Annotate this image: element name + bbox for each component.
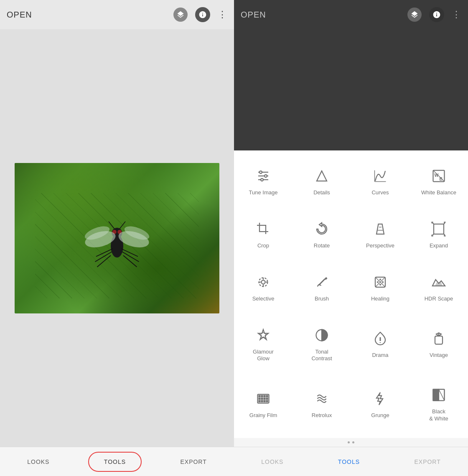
details-icon	[313, 167, 331, 185]
tool-vintage[interactable]: Vintage	[410, 314, 468, 374]
tool-black-white[interactable]: Black& White	[410, 374, 468, 434]
fly-illustration	[63, 196, 171, 280]
brush-label: Brush	[315, 295, 329, 303]
tool-rotate[interactable]: Rotate	[292, 208, 351, 261]
right-open-button[interactable]: OPEN	[241, 10, 407, 20]
svg-line-33	[432, 223, 434, 224]
right-header-icons: ⋮	[407, 7, 461, 22]
tool-grainy-film[interactable]: Grainy Film	[234, 374, 292, 434]
tool-drama[interactable]: Drama	[351, 314, 410, 374]
right-more-options-icon[interactable]: ⋮	[452, 9, 461, 20]
vintage-label: Vintage	[430, 352, 448, 359]
white-balance-label: White Balance	[421, 189, 456, 196]
tool-brush[interactable]: Brush	[292, 261, 351, 314]
right-header: OPEN ⋮	[234, 0, 468, 29]
black-white-icon	[430, 386, 448, 404]
svg-rect-60	[267, 395, 268, 397]
svg-point-19	[259, 171, 262, 173]
tool-white-balance[interactable]: W B White Balance	[410, 155, 468, 208]
svg-marker-49	[258, 329, 268, 339]
drama-icon	[371, 329, 389, 348]
tonal-contrast-label: TonalContrast	[311, 349, 332, 363]
left-nav-looks[interactable]: LOOKS	[19, 455, 58, 468]
grainy-film-icon	[254, 389, 272, 408]
rotate-icon	[313, 220, 331, 238]
right-dark-canvas	[234, 29, 468, 150]
healing-label: Healing	[371, 295, 389, 303]
tool-details[interactable]: Details	[292, 155, 351, 208]
scroll-indicator	[234, 438, 468, 447]
right-nav-tools[interactable]: TOOLS	[330, 455, 368, 468]
tool-selective[interactable]: Selective	[234, 261, 292, 314]
tool-healing[interactable]: Healing	[351, 261, 410, 314]
left-nav-export[interactable]: EXPORT	[172, 455, 215, 468]
svg-rect-61	[259, 398, 260, 399]
svg-line-13	[123, 255, 137, 267]
dot-1	[348, 441, 350, 443]
svg-rect-64	[267, 398, 268, 399]
right-panel: OPEN ⋮	[234, 0, 468, 476]
tool-retrolux[interactable]: Retrolux	[292, 374, 351, 434]
perspective-icon	[371, 220, 389, 238]
svg-marker-29	[376, 224, 384, 234]
info-icon[interactable]	[195, 7, 210, 22]
svg-rect-62	[262, 398, 263, 399]
photo-preview	[15, 163, 219, 313]
grunge-label: Grunge	[371, 412, 389, 419]
svg-point-21	[261, 178, 263, 181]
selective-label: Selective	[252, 295, 275, 303]
tune-image-label: Tune Image	[249, 189, 278, 196]
svg-rect-65	[259, 400, 260, 402]
selective-icon	[254, 273, 272, 291]
tool-grunge[interactable]: Grunge	[351, 374, 410, 434]
left-nav-tools[interactable]: TOOLS	[96, 455, 134, 468]
crop-icon	[254, 220, 272, 238]
crop-label: Crop	[257, 242, 269, 249]
svg-rect-55	[435, 336, 443, 344]
expand-label: Expand	[430, 242, 448, 249]
tool-perspective[interactable]: Perspective	[351, 208, 410, 261]
brush-icon	[313, 273, 331, 291]
layers-icon[interactable]	[173, 8, 188, 22]
curves-label: Curves	[371, 189, 389, 196]
svg-rect-32	[434, 224, 444, 234]
tools-grid: Tune Image Details Curves	[234, 150, 468, 438]
tool-tune-image[interactable]: Tune Image	[234, 155, 292, 208]
drama-label: Drama	[372, 352, 388, 359]
svg-rect-57	[259, 395, 260, 397]
right-info-icon[interactable]	[429, 7, 444, 22]
tool-tonal-contrast[interactable]: TonalContrast	[292, 314, 351, 374]
tool-hdr-scape[interactable]: HDR Scape	[410, 261, 468, 314]
svg-rect-59	[264, 395, 265, 397]
svg-rect-68	[267, 400, 268, 402]
svg-rect-58	[262, 395, 263, 397]
right-bottom-nav: LOOKS TOOLS EXPORT	[234, 447, 468, 476]
details-label: Details	[313, 189, 330, 196]
black-white-label: Black& White	[429, 408, 448, 423]
retrolux-icon	[313, 389, 331, 408]
left-header: OPEN ⋮	[0, 0, 234, 29]
more-options-icon[interactable]: ⋮	[218, 9, 227, 20]
tool-expand[interactable]: Expand	[410, 208, 468, 261]
white-balance-icon: W B	[430, 167, 448, 185]
svg-marker-70	[439, 389, 445, 401]
perspective-label: Perspective	[366, 242, 394, 249]
svg-rect-63	[264, 398, 265, 399]
tonal-contrast-icon	[313, 326, 331, 344]
tool-crop[interactable]: Crop	[234, 208, 292, 261]
svg-line-10	[97, 255, 111, 267]
svg-line-35	[432, 234, 434, 235]
svg-point-20	[265, 175, 267, 177]
tool-curves[interactable]: Curves	[351, 155, 410, 208]
tool-glamour-glow[interactable]: GlamourGlow	[234, 314, 292, 374]
right-layers-icon[interactable]	[407, 8, 422, 22]
glamour-glow-icon	[254, 326, 272, 344]
hdr-scape-label: HDR Scape	[425, 295, 453, 303]
right-nav-export[interactable]: EXPORT	[406, 455, 449, 468]
left-open-button[interactable]: OPEN	[7, 10, 173, 20]
retrolux-label: Retrolux	[312, 412, 332, 419]
svg-marker-22	[317, 171, 327, 181]
curves-icon	[371, 167, 389, 185]
right-nav-looks[interactable]: LOOKS	[253, 455, 292, 468]
healing-icon	[371, 273, 389, 291]
